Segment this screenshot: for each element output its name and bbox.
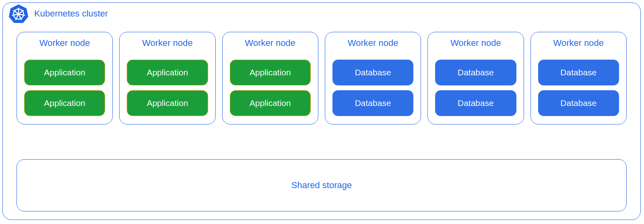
database-pod: Database <box>332 60 413 85</box>
worker-node: Worker node Database Database <box>325 32 421 124</box>
worker-node-title: Worker node <box>24 38 105 48</box>
application-pod: Application <box>127 60 208 85</box>
shared-storage-box: Shared storage <box>17 159 627 212</box>
shared-storage-label: Shared storage <box>291 180 352 191</box>
application-pod: Application <box>230 90 311 116</box>
kubernetes-cluster-box: Kubernetes cluster Worker node Applicati… <box>2 2 641 220</box>
database-pod: Database <box>435 90 516 116</box>
worker-node: Worker node Application Application <box>17 32 113 124</box>
database-pod: Database <box>332 90 413 116</box>
application-pod: Application <box>230 60 311 85</box>
application-pod: Application <box>127 90 208 116</box>
database-pod: Database <box>538 60 619 85</box>
worker-node: Worker node Database Database <box>530 32 627 124</box>
application-pod: Application <box>24 90 105 116</box>
cluster-header: Kubernetes cluster <box>8 4 108 24</box>
worker-node-title: Worker node <box>127 38 208 48</box>
worker-node: Worker node Database Database <box>427 32 524 124</box>
worker-node-title: Worker node <box>230 38 311 48</box>
worker-node: Worker node Application Application <box>119 32 215 124</box>
worker-node-title: Worker node <box>332 38 413 48</box>
kubernetes-icon <box>8 4 29 24</box>
worker-node-title: Worker node <box>435 38 516 48</box>
cluster-title: Kubernetes cluster <box>34 8 108 19</box>
database-pod: Database <box>435 60 516 85</box>
worker-node-title: Worker node <box>538 38 619 48</box>
worker-nodes-row: Worker node Application Application Work… <box>17 32 627 124</box>
database-pod: Database <box>538 90 619 116</box>
application-pod: Application <box>24 60 105 85</box>
worker-node: Worker node Application Application <box>222 32 318 124</box>
